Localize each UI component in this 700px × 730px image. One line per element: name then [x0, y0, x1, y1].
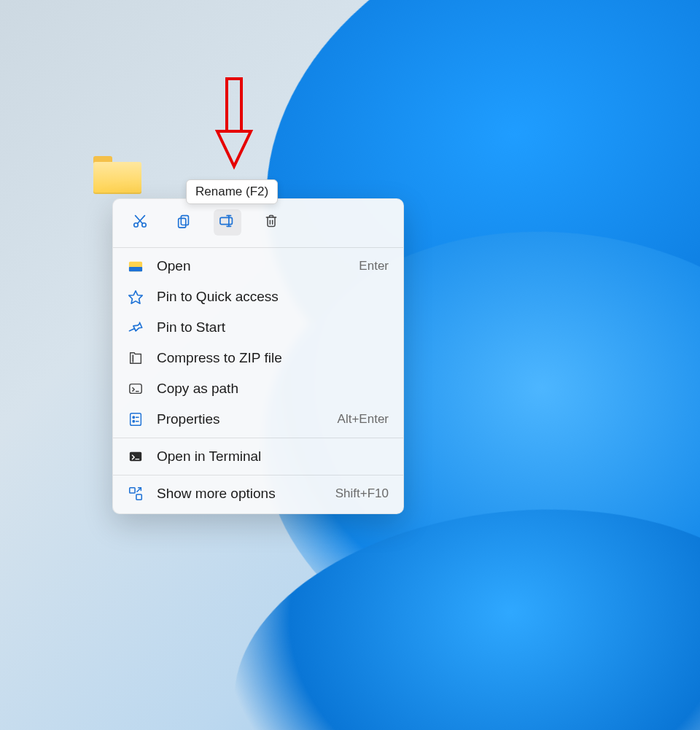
terminal-icon — [128, 449, 144, 465]
menu-separator — [113, 247, 403, 248]
menu-item-label: Pin to Start — [157, 319, 389, 335]
zip-icon — [128, 350, 144, 366]
properties-icon — [128, 411, 144, 427]
rename-button[interactable] — [214, 209, 241, 236]
menu-item-hint: Enter — [359, 259, 389, 273]
svg-rect-21 — [131, 413, 141, 426]
menu-item-copy-path[interactable]: Copy as path — [113, 373, 403, 404]
rename-icon — [219, 213, 236, 232]
svg-rect-4 — [181, 216, 188, 225]
delete-button[interactable] — [257, 209, 285, 236]
svg-rect-19 — [130, 384, 141, 394]
folder-icon[interactable] — [93, 156, 141, 194]
menu-item-pin-start[interactable]: Pin to Start — [113, 312, 403, 343]
svg-rect-26 — [130, 452, 141, 462]
svg-rect-30 — [227, 79, 241, 131]
menu-item-label: Open in Terminal — [157, 449, 389, 465]
svg-marker-31 — [217, 131, 251, 166]
svg-rect-13 — [129, 267, 142, 271]
tooltip-text: Rename (F2) — [195, 185, 268, 198]
menu-item-open-terminal[interactable]: Open in Terminal — [113, 441, 403, 472]
delete-icon — [264, 213, 279, 232]
copy-path-icon — [128, 381, 144, 397]
svg-marker-14 — [129, 291, 142, 303]
annotation-arrow-icon — [211, 76, 257, 174]
context-menu: Open Enter Pin to Quick access Pin to St… — [112, 198, 404, 514]
menu-item-label: Open — [157, 258, 346, 274]
menu-item-compress-zip[interactable]: Compress to ZIP file — [113, 343, 403, 373]
menu-item-hint: Shift+F10 — [335, 486, 389, 501]
menu-item-show-more[interactable]: Show more options Shift+F10 — [113, 478, 403, 509]
menu-separator — [113, 438, 403, 438]
svg-rect-29 — [136, 494, 141, 500]
star-icon — [128, 289, 144, 305]
menu-item-label: Properties — [157, 411, 324, 427]
more-options-icon — [128, 486, 144, 502]
svg-point-22 — [133, 416, 134, 418]
svg-rect-5 — [179, 218, 186, 228]
cut-icon — [132, 213, 148, 232]
menu-item-label: Show more options — [157, 486, 322, 502]
svg-rect-28 — [130, 488, 135, 493]
open-icon — [128, 258, 144, 274]
copy-button[interactable] — [170, 209, 198, 236]
menu-item-label: Pin to Quick access — [157, 289, 389, 305]
copy-icon — [176, 213, 192, 232]
menu-separator — [113, 475, 403, 475]
menu-item-hint: Alt+Enter — [338, 412, 389, 427]
menu-item-properties[interactable]: Properties Alt+Enter — [113, 404, 403, 435]
cut-button[interactable] — [126, 209, 154, 236]
svg-rect-6 — [220, 217, 233, 224]
menu-item-label: Compress to ZIP file — [157, 350, 389, 366]
pin-icon — [128, 319, 144, 335]
svg-point-23 — [133, 421, 134, 422]
context-menu-icon-row — [113, 199, 403, 244]
menu-item-pin-quick-access[interactable]: Pin to Quick access — [113, 281, 403, 312]
rename-tooltip: Rename (F2) — [186, 179, 278, 204]
menu-item-open[interactable]: Open Enter — [113, 251, 403, 281]
menu-item-label: Copy as path — [157, 381, 389, 397]
